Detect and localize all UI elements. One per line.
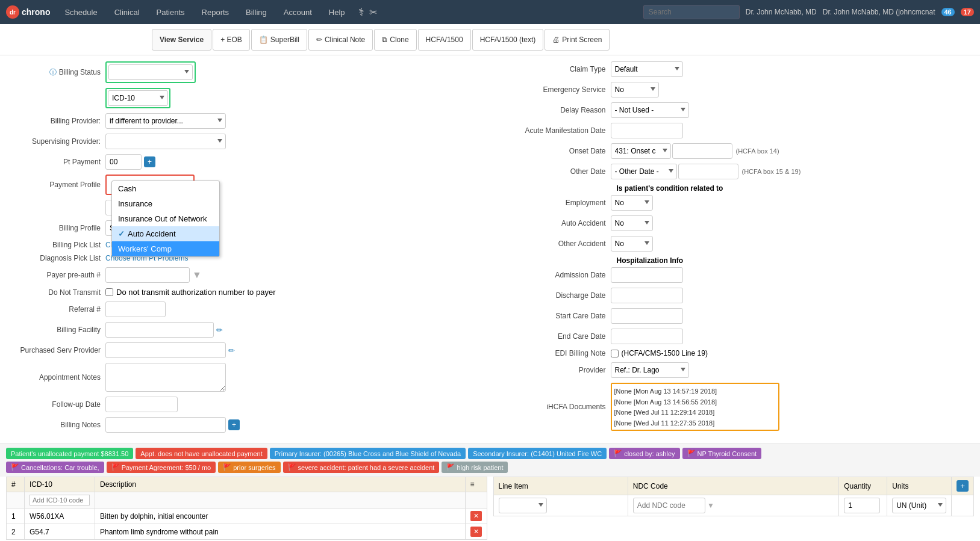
ndc-code-input[interactable]: [633, 498, 705, 513]
clone-icon: ⧉: [382, 36, 387, 44]
eob-button[interactable]: + EOB: [213, 29, 250, 51]
ihcfa-documents-box[interactable]: [None [Mon Aug 13 14:57:19 2018] [None […: [611, 383, 779, 431]
nav-schedule[interactable]: Schedule: [56, 0, 105, 24]
delete-row2-button[interactable]: ✕: [470, 527, 482, 537]
discharge-date-input[interactable]: [611, 288, 683, 303]
other-date-select[interactable]: - Other Date -: [611, 164, 677, 179]
quantity-input[interactable]: [844, 498, 880, 513]
status-cancellations[interactable]: 🚩 Cancellations: Car trouble,: [6, 462, 104, 473]
clone-button[interactable]: ⧉ Clone: [374, 29, 416, 51]
add-line-item-button[interactable]: +: [957, 480, 969, 492]
nav-clinical[interactable]: Clinical: [106, 0, 148, 24]
status-thyroid-consent[interactable]: 🚩 NP Thyroid Consent: [682, 448, 762, 459]
followup-date-input[interactable]: [105, 397, 178, 412]
edi-billing-note-checkbox[interactable]: [611, 350, 619, 357]
row2-del: ✕: [465, 524, 487, 540]
appt-notes-textarea[interactable]: [105, 363, 226, 392]
ihcfa-row: iHCFA Documents [None [Mon Aug 13 14:57:…: [502, 383, 972, 431]
status-high-risk[interactable]: 🚩 high risk patient: [442, 462, 508, 473]
billing-facility-input[interactable]: [105, 322, 214, 338]
emergency-service-select[interactable]: No: [611, 82, 659, 97]
diagnosis-picklist-row: Diagnosis Pick List Choose from Pt Probl…: [9, 254, 478, 262]
billing-status-select[interactable]: [108, 64, 193, 80]
referral-input[interactable]: [105, 301, 166, 317]
do-not-transmit-checkbox[interactable]: [105, 288, 113, 296]
clinical-note-button[interactable]: ✏ Clinical Note: [308, 29, 373, 51]
other-accident-select[interactable]: No: [611, 236, 653, 252]
dropdown-insurance-out[interactable]: Insurance Out of Network: [112, 211, 219, 226]
billing-facility-edit-icon[interactable]: ✏: [216, 326, 223, 335]
col-line-item: Line Item: [493, 477, 628, 495]
status-primary-insurer[interactable]: Primary Insurer: (00265) Blue Cross and …: [270, 448, 466, 459]
nav-reports[interactable]: Reports: [193, 0, 238, 24]
col-add-line: +: [952, 477, 974, 495]
start-care-date-row: Start Care Date: [502, 308, 972, 324]
referral-row: Referral #: [9, 301, 478, 317]
col-quantity: Quantity: [839, 477, 887, 495]
purchased-serv-input[interactable]: [105, 342, 226, 358]
dropdown-auto-accident[interactable]: ✓ Auto Accident: [112, 226, 219, 241]
print-screen-button[interactable]: 🖨 Print Screen: [545, 29, 610, 51]
nav-user[interactable]: Dr. John McNabb, MD: [746, 8, 817, 16]
status-closed-by[interactable]: 🚩 closed by: ashley: [609, 448, 679, 459]
ihcfa-item-1: [None [Mon Aug 13 14:56:55 2018]: [614, 397, 776, 408]
add-icd-input[interactable]: [30, 495, 90, 505]
status-payment-agreement[interactable]: 🚩 Payment Agreement: $50 / mo: [107, 462, 216, 473]
supervising-provider-select[interactable]: [105, 134, 226, 149]
status-no-unallocated[interactable]: Appt. does not have unallocated payment: [136, 448, 267, 459]
onset-date-input[interactable]: [672, 143, 732, 159]
mail-badge[interactable]: 46: [941, 8, 955, 16]
view-service-button[interactable]: View Service: [152, 29, 211, 51]
hcfa1500-button[interactable]: HCFA/1500: [418, 29, 471, 51]
superbill-button[interactable]: 📋 SuperBill: [251, 29, 307, 51]
nav-account[interactable]: Account: [275, 0, 320, 24]
do-not-transmit-label: Do Not Transmit: [9, 288, 105, 297]
superbill-label: SuperBill: [270, 36, 299, 44]
provider-select[interactable]: Ref.: Dr. Lago: [611, 362, 689, 378]
billing-notes-input[interactable]: [105, 417, 226, 433]
clone-label: Clone: [390, 36, 408, 44]
scissors-icon: ✂: [369, 7, 377, 18]
payer-preauth-input[interactable]: [105, 267, 190, 283]
nav-help[interactable]: Help: [320, 0, 354, 24]
billing-facility-row: Billing Facility ✏: [9, 322, 478, 338]
status-severe-accident[interactable]: 🚩 severe accident: patient had a severe …: [283, 462, 440, 473]
admission-date-row: Admission Date: [502, 267, 972, 283]
admission-date-input[interactable]: [611, 267, 683, 283]
delay-reason-select[interactable]: - Not Used -: [611, 102, 689, 118]
dropdown-insurance[interactable]: Insurance: [112, 196, 219, 211]
billing-notes-plus-button[interactable]: +: [228, 419, 240, 430]
status-secondary-insurer[interactable]: Secondary Insurer: (C1401) United Fire W…: [468, 448, 607, 459]
icd-version-select[interactable]: ICD-10: [108, 90, 168, 106]
status-unallocated[interactable]: Patient's unallocated payment $8831.50: [6, 448, 133, 459]
dropdown-workers-comp[interactable]: Workers' Comp: [112, 241, 219, 256]
hcfa1500-text-button[interactable]: HCFA/1500 (text): [472, 29, 544, 51]
pt-payment-input[interactable]: [105, 154, 142, 170]
nav-patients[interactable]: Patients: [148, 0, 193, 24]
dropdown-cash[interactable]: Cash: [112, 181, 219, 196]
nav-billing[interactable]: Billing: [237, 0, 275, 24]
claim-type-select[interactable]: Default: [611, 61, 683, 77]
employment-select[interactable]: No: [611, 195, 653, 211]
start-care-date-input[interactable]: [611, 308, 683, 324]
other-date-input[interactable]: [678, 164, 738, 179]
search-input[interactable]: [643, 5, 740, 19]
caduceus-icon: ⚕: [358, 5, 364, 19]
line-item-action-cell: [952, 495, 974, 516]
auto-accident-select[interactable]: No: [611, 215, 653, 231]
end-care-date-input[interactable]: [611, 329, 683, 344]
acute-manifestation-input[interactable]: [611, 123, 683, 138]
form-right: Claim Type Default Emergency Service No …: [490, 61, 972, 437]
icd-version-row: ICD-10: [9, 88, 478, 108]
pt-payment-plus-button[interactable]: +: [144, 156, 155, 167]
billing-provider-select[interactable]: if different to provider...: [105, 113, 226, 129]
delete-row1-button[interactable]: ✕: [470, 511, 482, 521]
claim-type-row: Claim Type Default: [502, 61, 972, 77]
status-prior-surgeries[interactable]: 🚩 prior surgeries: [218, 462, 280, 473]
purchased-serv-edit-icon[interactable]: ✏: [228, 346, 235, 355]
acute-manifestation-row: Acute Manifestation Date: [502, 123, 972, 138]
units-select[interactable]: UN (Unit): [892, 498, 946, 513]
alert-badge[interactable]: 17: [961, 8, 974, 16]
onset-date-select[interactable]: 431: Onset c: [611, 143, 671, 159]
line-item-select[interactable]: [499, 498, 547, 513]
